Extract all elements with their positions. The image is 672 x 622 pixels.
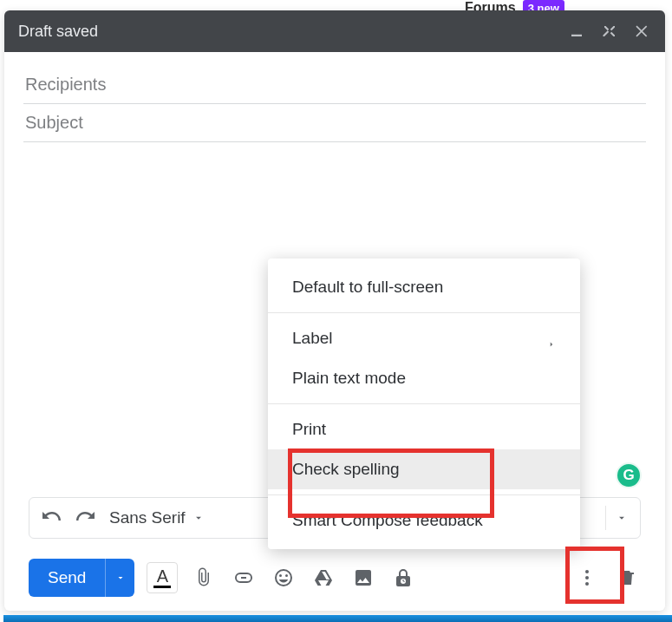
menu-print-label: Print <box>292 420 326 439</box>
recipients-field[interactable] <box>23 66 646 104</box>
font-family-label: Sans Serif <box>109 508 186 527</box>
insert-link-button[interactable] <box>230 564 258 592</box>
undo-icon <box>42 507 62 528</box>
chevron-down-icon <box>616 512 628 524</box>
formatting-more-button[interactable] <box>605 506 630 530</box>
send-options-button[interactable] <box>105 559 134 597</box>
minimize-icon <box>569 23 584 39</box>
send-button[interactable]: Send <box>29 559 134 597</box>
close-icon <box>634 23 651 40</box>
fullscreen-button[interactable] <box>601 23 618 40</box>
menu-check-spelling-label: Check spelling <box>292 460 400 479</box>
link-icon <box>233 567 254 588</box>
compose-window: Draft saved Sans Serif <box>4 10 665 611</box>
insert-photo-button[interactable] <box>349 564 377 592</box>
menu-divider <box>268 494 580 495</box>
subject-input[interactable] <box>23 112 646 134</box>
menu-smart-compose-feedback-label: Smart Compose feedback <box>292 511 483 530</box>
chevron-down-icon <box>115 573 126 583</box>
svg-rect-0 <box>571 35 582 36</box>
compose-titlebar: Draft saved <box>4 10 665 52</box>
lock-clock-icon <box>393 567 414 588</box>
svg-point-1 <box>585 570 589 573</box>
image-icon <box>353 567 374 588</box>
bg-taskbar-strip <box>3 615 672 622</box>
redo-button[interactable] <box>73 506 97 530</box>
compose-action-bar: Send A <box>29 559 641 597</box>
menu-label-label: Label <box>292 329 333 348</box>
svg-point-3 <box>585 582 589 586</box>
drive-icon <box>313 567 334 588</box>
expand-icon <box>602 23 617 39</box>
window-buttons <box>568 23 651 40</box>
discard-draft-button[interactable] <box>613 564 641 592</box>
menu-plain-text[interactable]: Plain text mode <box>268 358 580 398</box>
undo-button[interactable] <box>40 506 64 530</box>
menu-label[interactable]: Label <box>268 318 580 358</box>
redo-icon <box>75 507 95 528</box>
font-family-select[interactable]: Sans Serif <box>109 508 205 527</box>
compose-fields <box>4 52 665 142</box>
subject-field[interactable] <box>23 104 646 142</box>
menu-default-fullscreen-label: Default to full-screen <box>292 278 443 297</box>
insert-drive-button[interactable] <box>310 564 337 592</box>
menu-print[interactable]: Print <box>268 409 580 449</box>
text-format-icon: A <box>157 568 168 584</box>
chevron-right-icon <box>547 340 556 349</box>
more-vert-icon <box>577 567 597 588</box>
menu-smart-compose-feedback[interactable]: Smart Compose feedback <box>268 501 580 540</box>
more-options-button[interactable] <box>573 564 601 592</box>
recipients-input[interactable] <box>23 74 646 95</box>
menu-plain-text-label: Plain text mode <box>292 369 406 388</box>
send-button-label: Send <box>29 559 105 597</box>
text-format-underline-icon <box>153 586 171 588</box>
grammarly-badge[interactable]: G <box>616 462 642 488</box>
menu-divider <box>268 403 580 404</box>
formatting-toggle-button[interactable]: A <box>147 562 178 593</box>
submenu-caret <box>547 334 556 343</box>
chevron-down-icon <box>192 512 205 524</box>
menu-check-spelling[interactable]: Check spelling <box>268 449 580 489</box>
svg-point-2 <box>585 576 589 579</box>
paperclip-icon <box>193 567 214 588</box>
emoji-icon <box>273 567 294 588</box>
grammarly-letter: G <box>623 467 634 484</box>
confidential-mode-button[interactable] <box>389 564 417 592</box>
close-button[interactable] <box>634 23 651 40</box>
more-options-menu: Default to full-screen Label Plain text … <box>268 259 580 549</box>
minimize-button[interactable] <box>568 23 585 40</box>
attach-button[interactable] <box>190 564 218 592</box>
compose-title: Draft saved <box>18 23 98 41</box>
menu-default-fullscreen[interactable]: Default to full-screen <box>268 267 580 307</box>
menu-divider <box>268 312 580 313</box>
trash-icon <box>617 567 637 588</box>
insert-emoji-button[interactable] <box>270 564 297 592</box>
